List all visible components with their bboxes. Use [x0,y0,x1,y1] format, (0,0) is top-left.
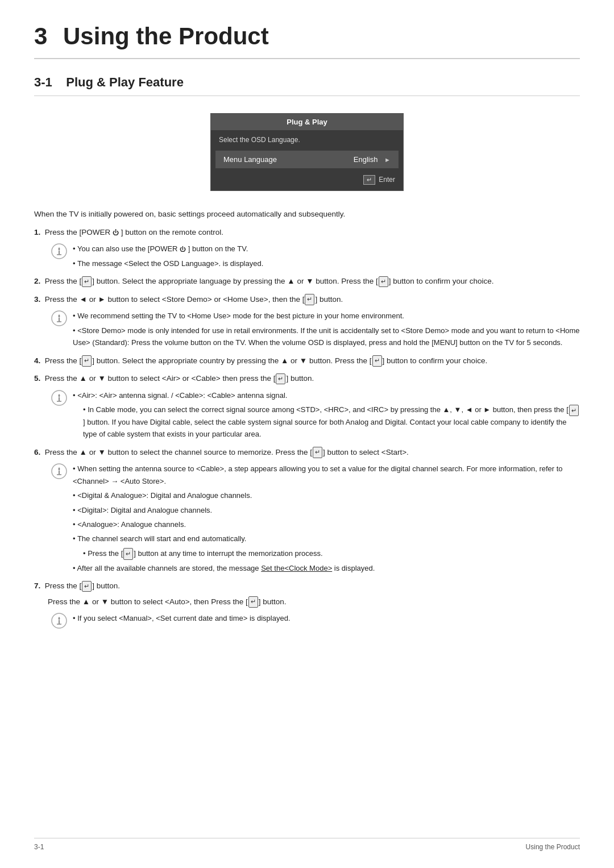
step-6-note-6: • Press the [↵] button at any time to in… [83,547,580,560]
section-title: 3-1 Plug & Play Feature [34,75,580,96]
enter-btn-icon-6b: ↵ [123,548,133,559]
step-4: 4. Press the [↵] button. Select the appr… [34,355,580,367]
osd-row-value: English ► [354,155,391,164]
osd-dialog-box: Plug & Play Select the OSD Language. Men… [210,113,404,191]
step-7-num: 7. [34,582,40,590]
step-6-note-4: • <Analogue>: Analogue channels. [73,518,580,530]
intro-text: When the TV is initially powered on, bas… [34,208,580,221]
osd-title: Plug & Play [211,114,403,130]
note-icon-3 [51,310,67,326]
step-3-note-content: • We recommend setting the TV to <Home U… [73,310,580,348]
step-5: 5. Press the ▲ or ▼ button to select <Ai… [34,372,580,385]
enter-btn-icon-5: ↵ [276,373,285,385]
step-6-note-2: • <Digital & Analogue>: Digital and Anal… [73,489,580,501]
step-3-notes: • We recommend setting the TV to <Home U… [51,310,580,348]
note-icon-5 [51,390,67,406]
step-7-notes: • If you select <Manual>, <Set current d… [51,612,580,629]
enter-btn-icon-3: ↵ [305,294,314,305]
note-icon-6 [51,463,67,479]
note-icon-1 [51,243,67,259]
step-1: 1. Press the [POWER ⏻ ] button on the re… [34,226,580,239]
step-6-note-5: • The channel search will start and end … [73,533,580,545]
enter-btn-icon-4: ↵ [82,355,92,367]
step-5-num: 5. [34,374,40,383]
step-3-note-1: • We recommend setting the TV to <Home U… [73,310,580,322]
osd-subtitle: Select the OSD Language. [211,130,403,148]
page-title: 3 Using the Product [34,23,580,59]
step-1-notes: • You can also use the [POWER ⏻ ] button… [51,243,580,269]
step-1-note-1: • You can also use the [POWER ⏻ ] button… [73,243,263,255]
enter-btn-icon-7: ↵ [82,581,92,592]
enter-btn-icon-6: ↵ [313,447,322,458]
osd-row-label: Menu Language [223,155,277,164]
step-3-note-2: • <Store Demo> mode is only intended for… [73,325,580,349]
step-6-note-content: • When setting the antenna source to <Ca… [73,463,580,574]
section-title-text: Plug & Play Feature [66,75,184,89]
step-2-num: 2. [34,277,40,285]
step-6: 6. Press the ▲ or ▼ button to select the… [34,446,580,459]
enter-btn-icon-4b: ↵ [372,355,382,367]
enter-btn-icon-2: ↵ [379,276,388,288]
osd-footer: ↵ Enter [211,171,403,190]
step-4-num: 4. [34,356,40,365]
footer-bar: 3-1 Using the Product [34,838,580,851]
step-7: 7. Press the [↵] button. [34,580,580,592]
step-6-note-3: • <Digital>: Digital and Analogue channe… [73,504,580,516]
step-6-note-1: • When setting the antenna source to <Ca… [73,463,580,487]
step-5-note-2: • In Cable mode, you can select the corr… [83,404,580,441]
footer-right: Using the Product [526,843,580,851]
enter-btn-icon: ↵ [82,276,92,288]
step-6-num: 6. [34,448,40,456]
step-7-note-content: • If you select <Manual>, <Set current d… [73,612,291,624]
footer-left: 3-1 [34,843,44,851]
osd-row-arrow-icon: ► [384,156,391,163]
step-7-subtext: Press the ▲ or ▼ button to select <Auto>… [48,596,580,608]
step-2: 2. Press the [↵] button. Select the appr… [34,275,580,288]
enter-btn-icon-7b: ↵ [248,596,258,608]
step-1-note-2: • The message <Select the OSD Language>.… [73,258,263,269]
step-3-num: 3. [34,295,40,304]
osd-enter-label: Enter [379,176,395,184]
step-5-note-content: • <Air>: <Air> antenna signal. / <Cable>… [73,389,580,441]
osd-enter-icon: ↵ [363,175,375,185]
step-6-notes: • When setting the antenna source to <Ca… [51,463,580,574]
chapter-number: 3 [34,23,47,49]
step-1-num: 1. [34,228,40,236]
step-5-note-1: • <Air>: <Air> antenna signal. / <Cable>… [73,389,580,401]
note-icon-7 [51,613,67,629]
section-number: 3-1 [34,75,52,89]
chapter-title-text: Using the Product [63,23,269,49]
osd-menu-row: Menu Language English ► [215,151,399,168]
step-3: 3. Press the ◄ or ► button to select <St… [34,293,580,306]
step-7-note-1: • If you select <Manual>, <Set current d… [73,612,291,624]
step-1-note-content: • You can also use the [POWER ⏻ ] button… [73,243,263,269]
enter-btn-icon-5b: ↵ [569,405,579,416]
step-6-note-7: • After all the available channels are s… [73,562,580,574]
osd-dialog-container: Plug & Play Select the OSD Language. Men… [34,113,580,191]
step-5-notes: • <Air>: <Air> antenna signal. / <Cable>… [51,389,580,441]
